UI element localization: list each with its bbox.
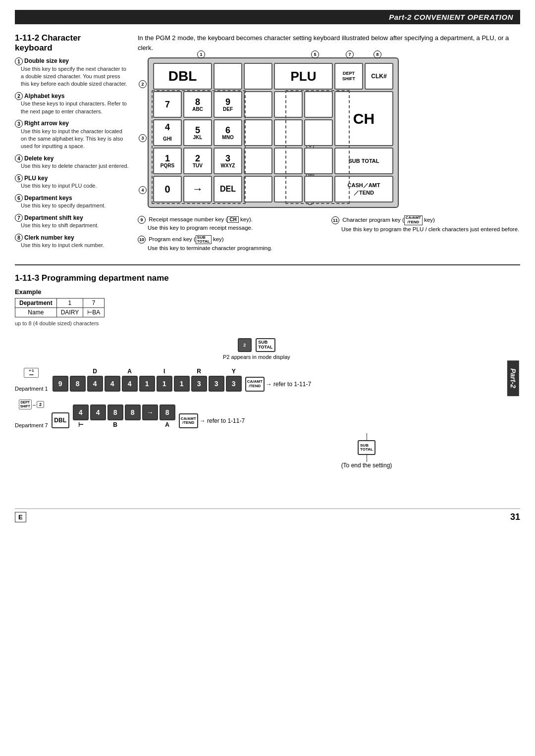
final-subtotal: SUBTOTAL (To end the setting)	[213, 433, 520, 469]
key-seq-1c[interactable]: 1	[174, 376, 190, 392]
key-r2-4b[interactable]: 4	[90, 404, 106, 420]
num-item-2: 2Alphabet keys Use these keys to input c…	[15, 92, 129, 115]
dept7-label: Department 7	[15, 422, 48, 428]
key-r2-8b[interactable]: 8	[125, 404, 141, 420]
key-clk-hash[interactable]: CLK#	[365, 63, 393, 90]
key-r2-4a[interactable]: 4	[73, 404, 89, 420]
num-item-1: 1Double size key Use this key to specify…	[15, 57, 129, 88]
example-table: Department 1 7 Name DAIRY ⊢BA	[15, 298, 105, 317]
key-seq-1a[interactable]: 1	[139, 376, 155, 392]
ca-amt-key-r1[interactable]: CA/AMT/TEND	[245, 377, 265, 392]
dept1-key-group: +·1 ••• Department 1	[15, 368, 48, 392]
key-9-def[interactable]: 9 DEF	[214, 91, 242, 118]
key-4[interactable]: 4GHI	[153, 119, 182, 146]
key-seq-3a[interactable]: 3	[191, 376, 207, 392]
section2: 1-11-3 Programming department name Examp…	[15, 273, 520, 469]
key-empty9	[244, 148, 272, 174]
key-seq-8[interactable]: 8	[70, 376, 86, 392]
p2-badge: 2	[238, 338, 252, 352]
num-item-4: 4Delete key Use this key to delete chara…	[15, 154, 129, 170]
note-11: 11 Character program key (CA/AMT/TEND ke…	[331, 215, 520, 233]
num-item-3: 3Right arrow key Use this key to input t…	[15, 119, 129, 151]
keys-row1: D A I R Y 9 8	[50, 368, 242, 392]
programming-diagram: 2 SUBTOTAL P2 appears in mode display +·…	[15, 338, 520, 469]
note-col-right: 11 Character program key (CA/AMT/TEND ke…	[331, 215, 520, 252]
num-item-6: 6Department keys Use this key to specify…	[15, 194, 129, 210]
key-r2-arrow[interactable]: →	[142, 404, 158, 420]
keyboard-diagram: 1 2 6 5 7 8 9 10 11 3 4 DBL	[148, 57, 399, 208]
key-empty3	[244, 91, 272, 118]
key-seq-4a[interactable]: 4	[87, 376, 103, 392]
section-description: In the PGM 2 mode, the keyboard becomes …	[138, 33, 520, 52]
key-dept-shift[interactable]: DEPTSHIFT	[334, 63, 363, 90]
key-seq-3b[interactable]: 3	[209, 376, 224, 392]
key-empty2	[244, 63, 272, 90]
key-6-mno[interactable]: 6 MNO	[214, 119, 242, 146]
row2-sequence: DEPTSHIFT – 2 Department 7 DBL	[15, 400, 520, 429]
key-seq-1b[interactable]: 1	[157, 376, 172, 392]
example-note: up to 8 (4 double sized) characters	[15, 320, 105, 326]
section-title: 1-11-2 Character keyboard	[15, 33, 129, 53]
note-9: 9 Receipt message number key (CH key). U…	[138, 215, 326, 232]
example-label: Example	[15, 288, 105, 296]
key-3-wxyz[interactable]: 3 WXYZ	[214, 148, 242, 174]
key-sub-total[interactable]: SUB TOTAL	[334, 148, 393, 174]
key-empty5	[304, 91, 333, 118]
to-end-label: (To end the setting)	[341, 462, 392, 469]
key-7[interactable]: 7	[153, 91, 182, 118]
sub-total-final[interactable]: SUBTOTAL	[358, 440, 375, 455]
key-1-pqrs[interactable]: 1 PQRS	[153, 148, 182, 174]
key-seq-3c[interactable]: 3	[226, 376, 242, 392]
key-5-jkl[interactable]: 5 JKL	[183, 119, 212, 146]
footer: E 31	[15, 508, 520, 522]
key-seq-4c[interactable]: 4	[122, 376, 138, 392]
key-empty8	[304, 119, 333, 146]
key-del[interactable]: DEL	[214, 176, 242, 202]
key-empty1	[214, 63, 242, 90]
note-col-left: 9 Receipt message number key (CH key). U…	[138, 215, 326, 252]
key-r2-8c[interactable]: 8	[160, 404, 175, 420]
ca-amt-key-r2[interactable]: CA/AMT/TEND	[179, 413, 198, 428]
num-item-5: 5PLU key Use this key to input PLU code.	[15, 174, 129, 190]
key-plu[interactable]: PLU	[274, 63, 333, 90]
key-zero[interactable]: 0	[153, 176, 182, 202]
dept7-key-group: DEPTSHIFT – 2 Department 7	[15, 400, 48, 429]
num-item-8: 8Clerk number key Use this key to input …	[15, 234, 129, 250]
header-bar: Part-2 CONVENIENT OPERATION	[15, 10, 520, 24]
dept1-label: Department 1	[15, 386, 48, 392]
key-cash-amt[interactable]: CASH／AMT／TEND	[334, 176, 393, 202]
notes-section: 9 Receipt message number key (CH key). U…	[138, 215, 520, 252]
footer-page-number: 31	[510, 512, 520, 522]
key-empty11	[304, 148, 333, 174]
key-arrow[interactable]: →	[183, 176, 212, 202]
p2-label: P2 appears in mode display	[223, 354, 290, 360]
key-empty4	[274, 91, 303, 118]
key-seq-4b[interactable]: 4	[105, 376, 120, 392]
key-empty7	[274, 119, 303, 146]
p2-area: 2 SUBTOTAL P2 appears in mode display	[223, 338, 290, 360]
sub-total-key-diag: SUBTOTAL	[256, 338, 275, 352]
row1-sequence: +·1 ••• Department 1 D A	[15, 368, 520, 392]
footer-e-label: E	[15, 512, 26, 522]
key-ch[interactable]: CH	[334, 91, 393, 146]
key-empty12	[244, 176, 272, 202]
key-8-abc[interactable]: 8 ABC	[183, 91, 212, 118]
key-empty13	[274, 176, 303, 202]
keyboard-table: DBL PLU DEPTSHIFT CLK# 7 8 A	[148, 57, 399, 208]
part2-side-label: Part-2	[507, 360, 519, 396]
key-empty14	[304, 176, 333, 202]
section2-title: 1-11-3 Programming department name	[15, 273, 520, 283]
key-seq-9[interactable]: 9	[53, 376, 68, 392]
key-r2-8a[interactable]: 8	[107, 404, 123, 420]
key-empty6	[244, 119, 272, 146]
key-dbl-diag[interactable]: DBL	[52, 412, 69, 428]
header-title: Part-2 CONVENIENT OPERATION	[389, 13, 513, 21]
note-10: 10 Program end key (SUBTOTAL key) Use th…	[138, 235, 326, 252]
example-area: Example Department 1 7 Name DAIRY ⊢BA up…	[15, 288, 105, 333]
key-2-tuv[interactable]: 2 TUV	[183, 148, 212, 174]
num-item-7: 7Department shift key Use this key to sh…	[15, 214, 129, 230]
section-divider	[15, 264, 520, 265]
key-dbl[interactable]: DBL	[153, 63, 212, 90]
key-empty10	[274, 148, 303, 174]
